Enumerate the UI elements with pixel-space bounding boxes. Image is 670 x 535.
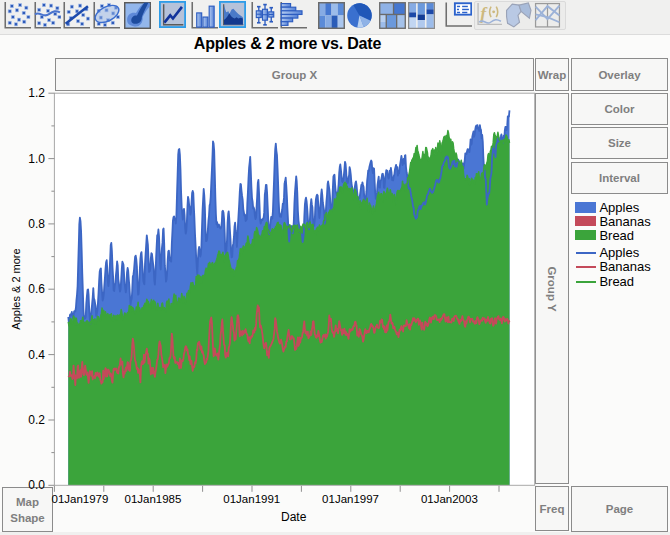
svg-text:f: f	[480, 3, 488, 23]
